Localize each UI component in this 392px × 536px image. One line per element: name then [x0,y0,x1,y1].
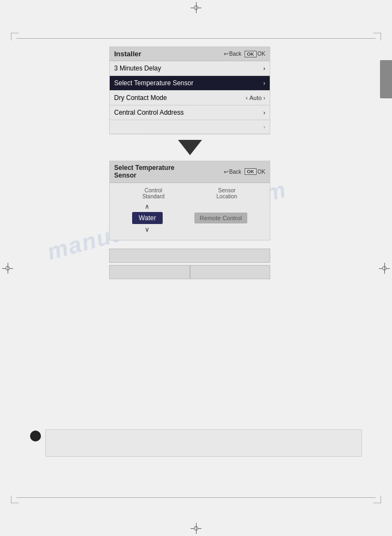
water-btn-group: ∧ Water ∨ [132,203,163,233]
menu-item-chevron-central: › [263,109,265,116]
bottom-box-row-1 [109,249,270,263]
menu-item-label-central: Central Control Address [114,109,183,116]
bottom-box-left [109,265,190,279]
bullet-dot [30,431,41,441]
back-button[interactable]: ↩ Back [224,51,241,57]
bullet-area [30,429,362,457]
corner-mark-tr [373,33,381,40]
installer-panel: Installer ↩ Back OK OK 3 Minutes Delay ›… [109,46,270,134]
bottom-box-right [190,265,271,279]
sensor-title-line2: Sensor [114,172,136,179]
sensor-ok-label: OK [258,169,265,175]
menu-item-label-dry: Dry Contact Mode [114,94,167,102]
bullet-content-box [45,429,362,457]
menu-item-chevron-sensor: › [263,80,265,86]
chevron-right-icon: › [263,95,265,101]
crosshair-left [2,263,13,274]
chevron-left-icon: ‹ [246,95,248,101]
sensor-title: Select Temperature Sensor [114,164,175,180]
right-tab [380,60,392,98]
bottom-boxes [109,249,270,279]
installer-header: Installer ↩ Back OK OK [110,47,270,61]
page-border-top [16,38,376,39]
crosshair-top [191,2,201,13]
menu-item-label-sensor: Select Temperature Sensor [114,79,193,87]
sensor-header: Select Temperature Sensor ↩ Back OK OK [110,161,270,183]
chevron-down-icon[interactable]: ∨ [145,226,150,233]
ok-label: OK [258,51,265,57]
remote-control-button[interactable]: Remote Control [194,213,247,223]
dry-contact-mode-value: Auto [250,95,262,101]
sensor-back-icon: ↩ [224,169,228,175]
ok-icon: OK [245,51,257,57]
installer-title: Installer [114,50,141,58]
crosshair-bottom [191,523,201,534]
content-area: Installer ↩ Back OK OK 3 Minutes Delay ›… [33,46,359,281]
menu-item-select-temperature-sensor[interactable]: Select Temperature Sensor › [110,76,270,91]
sensor-controls: ∧ Water ∨ Remote Control [116,203,263,233]
arrow-shape [178,140,202,155]
sensor-col2-label: SensorLocation [217,187,237,199]
sensor-body: ControlStandard SensorLocation ∧ Water ∨… [110,183,270,240]
sensor-title-line1: Select Temperature [114,164,175,172]
sensor-back-button[interactable]: ↩ Back [224,169,241,175]
installer-header-buttons: ↩ Back OK OK [224,51,265,57]
dry-contact-value: ‹ Auto › [246,95,265,101]
sensor-col1-label: ControlStandard [142,187,165,199]
corner-mark-tl [11,33,19,40]
menu-item-three-minutes-delay[interactable]: 3 Minutes Delay › [110,61,270,76]
sensor-column-labels: ControlStandard SensorLocation [116,187,263,199]
menu-item-label-delay: 3 Minutes Delay [114,64,161,72]
menu-item-chevron-delay: › [263,65,265,72]
menu-item-central-control-address[interactable]: Central Control Address › [110,105,270,120]
sensor-header-buttons: ↩ Back OK OK [224,168,265,175]
sensor-ok-button[interactable]: OK OK [245,168,265,175]
menu-item-dry-contact-mode[interactable]: Dry Contact Mode ‹ Auto › [110,91,270,105]
water-button[interactable]: Water [132,212,163,224]
arrow-connector [109,140,270,155]
menu-item-chevron-partial: › [263,123,265,130]
crosshair-right [379,263,390,274]
bottom-box-full [109,249,270,263]
ok-button[interactable]: OK OK [245,51,265,57]
back-label: Back [229,51,241,57]
bottom-box-row-2 [109,265,270,279]
back-icon: ↩ [224,51,228,57]
page-border-bottom [16,497,376,498]
menu-item-partial: › [110,120,270,134]
sensor-panel: Select Temperature Sensor ↩ Back OK OK C… [109,161,270,240]
sensor-back-label: Back [229,169,241,175]
sensor-ok-icon: OK [245,168,257,175]
chevron-up-icon[interactable]: ∧ [145,203,150,210]
